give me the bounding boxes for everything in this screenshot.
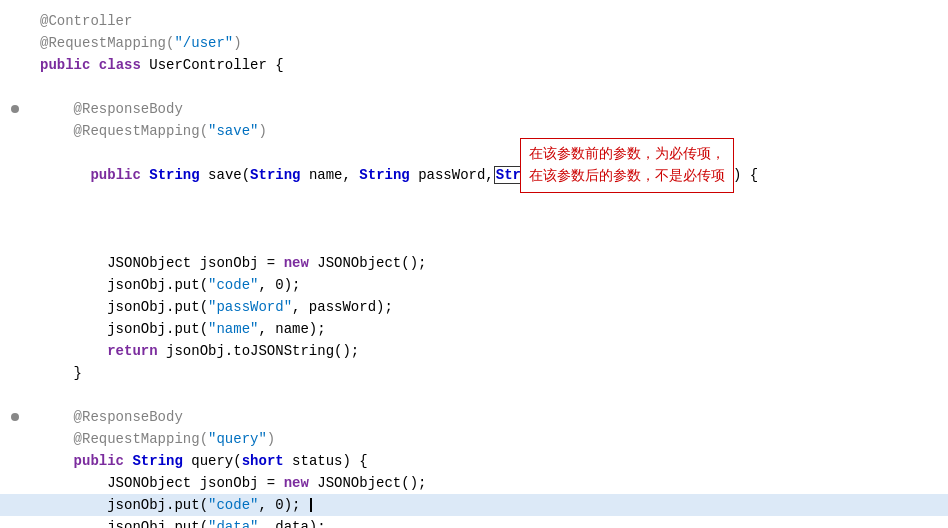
code-line: jsonObj.put("passWord", passWord); xyxy=(0,296,948,318)
code-text: @ResponseBody xyxy=(30,98,183,120)
code-text: @RequestMapping("save") xyxy=(30,120,267,142)
code-text: @ResponseBody xyxy=(30,406,183,428)
code-line: @RequestMapping("query") xyxy=(0,428,948,450)
code-text: public class UserController { xyxy=(30,54,284,76)
code-text: jsonObj.put("name", name); xyxy=(30,318,326,340)
code-text: public String save(String name, String p… xyxy=(30,142,758,252)
code-text: JSONObject jsonObj = new JSONObject(); xyxy=(30,472,426,494)
breakpoint-dot xyxy=(11,413,19,421)
breakpoint-dot xyxy=(11,105,19,113)
code-line xyxy=(0,384,948,406)
code-line xyxy=(0,76,948,98)
line-gutter xyxy=(0,105,30,113)
tooltip-line2: 在该参数后的参数，不是必传项 xyxy=(529,168,725,183)
code-text: return jsonObj.toJSONString(); xyxy=(30,340,359,362)
code-text: JSONObject jsonObj = new JSONObject(); xyxy=(30,252,426,274)
code-line: JSONObject jsonObj = new JSONObject(); xyxy=(0,252,948,274)
code-text: } xyxy=(30,362,82,384)
code-line: jsonObj.put("name", name); xyxy=(0,318,948,340)
code-line: @Controller xyxy=(0,10,948,32)
code-line: JSONObject jsonObj = new JSONObject(); xyxy=(0,472,948,494)
code-text: @Controller xyxy=(30,10,132,32)
code-editor: @Controller @RequestMapping("/user") pub… xyxy=(0,0,948,528)
code-line-method-sig: public String save(String name, String p… xyxy=(0,142,948,252)
code-text xyxy=(30,76,48,98)
text-cursor xyxy=(310,498,312,512)
code-text: jsonObj.put("code", 0); xyxy=(30,274,300,296)
code-text: @RequestMapping("/user") xyxy=(30,32,242,54)
code-line: @RequestMapping("save") xyxy=(0,120,948,142)
code-line: @ResponseBody xyxy=(0,406,948,428)
code-text: jsonObj.put("data", data); xyxy=(30,516,326,528)
code-text: public String query(short status) { xyxy=(30,450,368,472)
code-text: jsonObj.put("passWord", passWord); xyxy=(30,296,393,318)
code-line-highlighted: jsonObj.put("code", 0); xyxy=(0,494,948,516)
code-line: jsonObj.put("data", data); xyxy=(0,516,948,528)
code-line: return jsonObj.toJSONString(); xyxy=(0,340,948,362)
code-line: @RequestMapping("/user") xyxy=(0,32,948,54)
code-text: @RequestMapping("query") xyxy=(30,428,275,450)
tooltip-box: 在该参数前的参数，为必传项， 在该参数后的参数，不是必传项 xyxy=(520,138,734,193)
code-line: public class UserController { xyxy=(0,54,948,76)
line-gutter xyxy=(0,413,30,421)
tooltip-line1: 在该参数前的参数，为必传项， xyxy=(529,146,725,161)
code-line: } xyxy=(0,362,948,384)
code-line: public String query(short status) { xyxy=(0,450,948,472)
code-text: jsonObj.put("code", 0); xyxy=(30,494,312,516)
code-text xyxy=(30,384,48,406)
code-line: jsonObj.put("code", 0); xyxy=(0,274,948,296)
code-line: @ResponseBody xyxy=(0,98,948,120)
